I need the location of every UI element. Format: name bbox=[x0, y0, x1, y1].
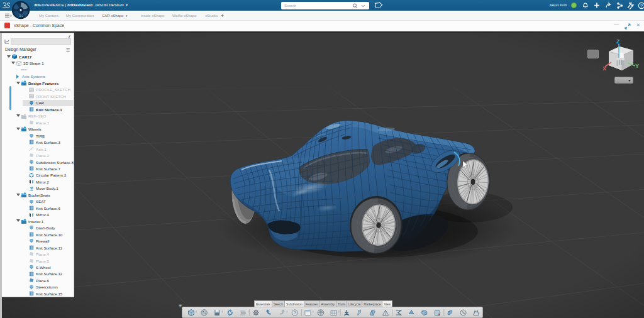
svg-text:X: X bbox=[602, 65, 606, 72]
svg-text:3.0: 3.0 bbox=[19, 14, 24, 18]
svg-text:Y: Y bbox=[635, 63, 639, 69]
svg-text:Z: Z bbox=[616, 38, 620, 45]
svg-text:?: ? bbox=[640, 3, 643, 9]
svg-text:?: ? bbox=[294, 310, 296, 315]
